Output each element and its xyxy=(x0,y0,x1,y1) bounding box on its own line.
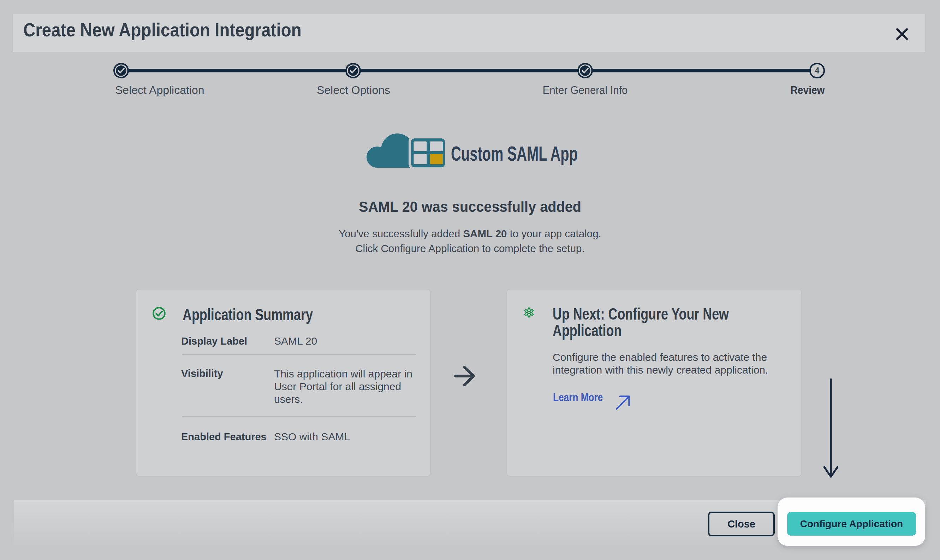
svg-text:4: 4 xyxy=(815,66,820,75)
